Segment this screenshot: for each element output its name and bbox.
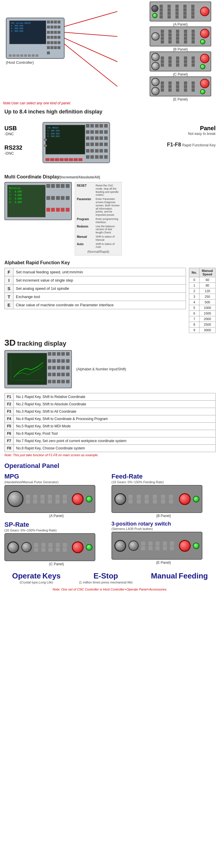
panel-c-caption: (C Panel) [150,72,211,76]
top-diagram: CNC System HM520 X: 000.000 Y: 000.000 Z… [0,0,220,100]
panel-label: Panel [167,125,216,132]
feedrate-sub: (16 Gears: 0%~150% Feeding Rate) [111,480,216,484]
speed-col-speed: ManualSpeed [199,268,216,277]
alpha-table-row: SSet analog speed of 1st spindle [5,284,186,293]
panel-e-green [200,89,205,94]
mpg-panel-image [4,485,95,513]
parameter-label: Parameter [77,197,95,217]
svg-line-1 [65,32,117,36]
f-key: F1 [5,393,14,401]
panel-e-knob2 [151,87,159,95]
speed-no: 9 [189,328,199,333]
alpha-section: Alphabet Rapid Function Key FSet manual … [0,258,220,335]
tracking-image [4,350,72,388]
right-feature-labels: Panel Not easy to break F1-F8 Rapid Func… [167,125,216,148]
mpg-panel-label: (A Panel) [4,514,109,518]
feedrate-title: Feed-Rate [111,473,216,480]
f-key: F3 [5,408,14,415]
tracking-screen [7,353,47,385]
3d-path-svg [8,353,46,384]
panel-e-estop [200,79,210,88]
speed-no: 6 [189,311,199,316]
alpha-table-row: TExchange tool [5,293,186,301]
rotary-knob2 [129,540,139,551]
redeem-label: Redeem [77,225,95,234]
feedrate-keys [129,495,177,503]
panel-c-estop [200,54,210,63]
estop-sub: (1 million times press mechanical life) [79,581,133,584]
alpha-table: FSet manual feeding speed, unit:mm/minIS… [4,268,186,309]
sprate-panel-label: (C Panel) [4,562,109,566]
display-feature: Up to 8.4 inches high definition display [0,106,220,119]
host-keypad [47,21,62,56]
sprate-green [86,544,93,551]
panel-a-estop [200,7,210,16]
auto-row: Auto Shift to status of Auto [77,243,120,249]
svg-line-2 [65,38,117,62]
estop-feature: E-Stop (1 million times press mechanical… [79,571,133,584]
speed-no: 5 [189,305,199,311]
sprate-keys [34,543,70,552]
f-key-row: F8No.8 Rapid Key, Choose Coordinate syst… [5,445,216,452]
manual-row: Manual Shift to status of Manual [77,235,120,242]
bottom-note: Note: One set of CNC Controller is Host … [4,586,216,592]
panel-e-keys [161,82,199,92]
reset-row: RESET Reset the CNC mode, stop all the f… [77,184,120,197]
left-feature-labels: USB -DNC RS232 -DNC [4,125,22,155]
alpha-table-row: EClear value of machine coordinate on Pa… [5,301,186,309]
feedrate-knob [114,493,126,505]
svg-rect-4 [8,353,46,384]
alpha-key: T [5,293,13,301]
auto-desc: Shift to status of Auto [96,243,120,249]
tracking-section: 3D tracking display (Alph [0,335,220,391]
alpha-key: I [5,276,13,284]
sprate-panel-image [4,533,95,561]
rotary-estop [179,540,191,552]
f-key-desc: No.3 Rapid Key, Shift to All Coordinate [14,408,216,415]
speed-table-row: 61500 [189,311,216,316]
rs232-label: RS232 -DNC [4,144,22,155]
speed-value: 1000 [199,305,216,311]
speed-value: 80 [199,283,216,288]
reset-label: RESET [77,184,95,197]
speed-value: 2500 [199,322,216,328]
tracking-keypad [48,352,70,386]
speed-no: 2 [189,288,199,294]
usb-label: USB -DNC [4,125,22,136]
mpg-sub: (Handwheel/Manual Pulse Generator) [4,480,109,484]
host-caption: (Host Controller) [6,60,34,65]
speed-col-no: No. [189,268,199,277]
speed-value: 500 [199,300,216,305]
op-panel-section: Operational Panel MPG (Handwheel/Manual … [0,459,220,595]
feedrate-green [193,496,199,502]
panel-e-caption: (E Panel) [150,97,211,101]
operate-sub: (Crystal type,Long Life) [12,581,61,584]
rotary-sub: (Siemens LA39 Push button) [111,527,216,531]
mpg-item: MPG (Handwheel/Manual Pulse Generator) [4,473,109,518]
speed-no: 3 [189,294,199,300]
f-key: F7 [5,437,14,445]
panel-c-green [200,64,205,69]
f-key: F6 [5,430,14,437]
panel-b-knob1 [151,32,159,40]
rotary-item: 3-position rotary switch (Siemens LA39 P… [111,521,216,566]
speed-no: 0 [189,277,199,283]
manual-feature: Manual Feeding [151,571,208,584]
speed-table-row: 82500 [189,322,216,328]
rotary-panel-image [111,532,203,560]
controller-section: USB -DNC RS232 -DNC CNC HM520 X: 000.000… [0,119,220,172]
redeem-desc: Use the balance version of test length.C… [96,225,120,234]
panel-a-image [150,1,211,22]
parameter-desc: Enter Parameter screen.Diagnose screen. … [96,197,120,217]
rotary-green [193,542,199,549]
f-key: F2 [5,401,14,408]
alpha-desc: Exchange tool [13,293,186,301]
panel-b-caption: (B Panel) [150,47,211,52]
mpg-handwheel [7,491,24,507]
auto-label: Auto [77,243,95,249]
host-controller-image: CNC System HM520 X: 000.000 Y: 000.000 Z… [6,18,65,59]
speed-table-row: 060 [189,277,216,283]
panel-b-image [150,27,211,46]
feedrate-item: Feed-Rate (16 Gears: 0%~150% Feeding Rat… [111,473,216,518]
sprate-estop [72,541,84,553]
